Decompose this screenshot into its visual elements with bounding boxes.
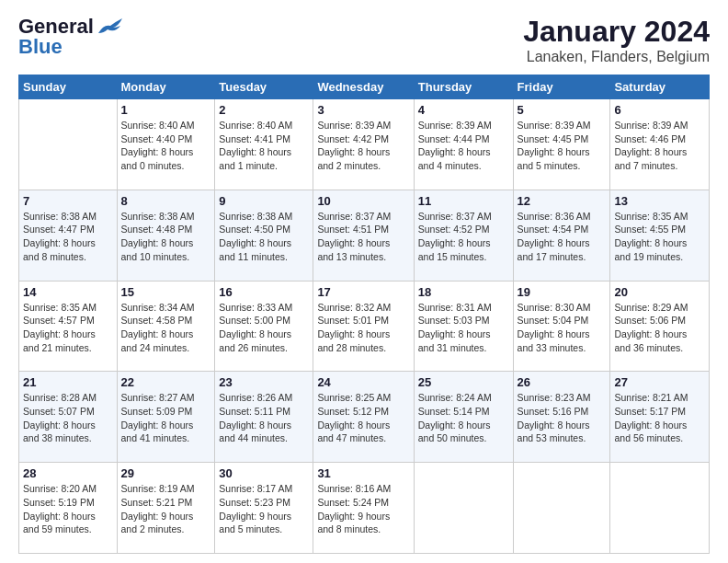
- day-number: 22: [121, 375, 211, 389]
- calendar-cell: 7Sunrise: 8:38 AMSunset: 4:47 PMDaylight…: [19, 190, 118, 281]
- title-block: January 2024 Lanaken, Flanders, Belgium: [523, 15, 710, 65]
- calendar-cell: 31Sunrise: 8:16 AMSunset: 5:24 PMDayligh…: [313, 463, 414, 554]
- calendar-week-row-4: 21Sunrise: 8:28 AMSunset: 5:07 PMDayligh…: [19, 372, 710, 463]
- calendar-week-row-3: 14Sunrise: 8:35 AMSunset: 4:57 PMDayligh…: [19, 281, 710, 372]
- day-info: Sunrise: 8:38 AMSunset: 4:48 PMDaylight:…: [121, 210, 211, 264]
- day-info: Sunrise: 8:21 AMSunset: 5:17 PMDaylight:…: [614, 391, 705, 445]
- calendar-cell: [513, 463, 610, 554]
- col-sunday: Sunday: [19, 75, 118, 99]
- calendar-cell: 6Sunrise: 8:39 AMSunset: 4:46 PMDaylight…: [610, 99, 710, 190]
- day-info: Sunrise: 8:24 AMSunset: 5:14 PMDaylight:…: [418, 391, 509, 445]
- calendar-cell: 19Sunrise: 8:30 AMSunset: 5:04 PMDayligh…: [513, 281, 610, 372]
- day-info: Sunrise: 8:32 AMSunset: 5:01 PMDaylight:…: [317, 301, 409, 355]
- calendar-table: Sunday Monday Tuesday Wednesday Thursday…: [18, 75, 710, 554]
- col-tuesday: Tuesday: [215, 75, 313, 99]
- main-title: January 2024: [523, 15, 710, 49]
- day-number: 31: [317, 466, 409, 480]
- logo-blue: Blue: [18, 35, 63, 59]
- day-number: 9: [219, 194, 309, 208]
- calendar-cell: 28Sunrise: 8:20 AMSunset: 5:19 PMDayligh…: [19, 463, 118, 554]
- calendar-cell: 24Sunrise: 8:25 AMSunset: 5:12 PMDayligh…: [313, 372, 414, 463]
- day-number: 1: [121, 103, 211, 117]
- calendar-cell: 16Sunrise: 8:33 AMSunset: 5:00 PMDayligh…: [215, 281, 313, 372]
- calendar-cell: 26Sunrise: 8:23 AMSunset: 5:16 PMDayligh…: [513, 372, 610, 463]
- calendar-cell: 2Sunrise: 8:40 AMSunset: 4:41 PMDaylight…: [215, 99, 313, 190]
- day-info: Sunrise: 8:35 AMSunset: 4:55 PMDaylight:…: [614, 210, 705, 264]
- calendar-cell: 27Sunrise: 8:21 AMSunset: 5:17 PMDayligh…: [610, 372, 710, 463]
- calendar-cell: 11Sunrise: 8:37 AMSunset: 4:52 PMDayligh…: [414, 190, 513, 281]
- subtitle: Lanaken, Flanders, Belgium: [523, 49, 710, 65]
- day-info: Sunrise: 8:30 AMSunset: 5:04 PMDaylight:…: [518, 301, 607, 355]
- calendar-cell: 4Sunrise: 8:39 AMSunset: 4:44 PMDaylight…: [414, 99, 513, 190]
- day-number: 3: [317, 103, 409, 117]
- col-wednesday: Wednesday: [313, 75, 414, 99]
- day-info: Sunrise: 8:25 AMSunset: 5:12 PMDaylight:…: [317, 391, 409, 445]
- day-number: 10: [317, 194, 409, 208]
- col-friday: Friday: [513, 75, 610, 99]
- day-info: Sunrise: 8:39 AMSunset: 4:45 PMDaylight:…: [518, 119, 607, 173]
- calendar-cell: 14Sunrise: 8:35 AMSunset: 4:57 PMDayligh…: [19, 281, 118, 372]
- calendar-cell: 22Sunrise: 8:27 AMSunset: 5:09 PMDayligh…: [117, 372, 215, 463]
- day-info: Sunrise: 8:23 AMSunset: 5:16 PMDaylight:…: [518, 391, 607, 445]
- calendar-cell: 30Sunrise: 8:17 AMSunset: 5:23 PMDayligh…: [215, 463, 313, 554]
- day-number: 29: [121, 466, 211, 480]
- day-number: 13: [614, 194, 705, 208]
- day-number: 28: [23, 466, 113, 480]
- logo: General Blue: [18, 15, 124, 59]
- calendar-week-row-1: 1Sunrise: 8:40 AMSunset: 4:40 PMDaylight…: [19, 99, 710, 190]
- day-info: Sunrise: 8:36 AMSunset: 4:54 PMDaylight:…: [518, 210, 607, 264]
- day-info: Sunrise: 8:29 AMSunset: 5:06 PMDaylight:…: [614, 301, 705, 355]
- day-number: 11: [418, 194, 509, 208]
- day-info: Sunrise: 8:31 AMSunset: 5:03 PMDaylight:…: [418, 301, 509, 355]
- day-info: Sunrise: 8:37 AMSunset: 4:52 PMDaylight:…: [418, 210, 509, 264]
- day-number: 23: [219, 375, 309, 389]
- day-info: Sunrise: 8:39 AMSunset: 4:44 PMDaylight:…: [418, 119, 509, 173]
- day-info: Sunrise: 8:38 AMSunset: 4:50 PMDaylight:…: [219, 210, 309, 264]
- day-info: Sunrise: 8:27 AMSunset: 5:09 PMDaylight:…: [121, 391, 211, 445]
- calendar-cell: 9Sunrise: 8:38 AMSunset: 4:50 PMDaylight…: [215, 190, 313, 281]
- day-number: 21: [23, 375, 113, 389]
- day-info: Sunrise: 8:33 AMSunset: 5:00 PMDaylight:…: [219, 301, 309, 355]
- day-number: 8: [121, 194, 211, 208]
- day-number: 4: [418, 103, 509, 117]
- col-saturday: Saturday: [610, 75, 710, 99]
- day-number: 14: [23, 285, 113, 299]
- day-number: 17: [317, 285, 409, 299]
- day-number: 15: [121, 285, 211, 299]
- calendar-cell: 13Sunrise: 8:35 AMSunset: 4:55 PMDayligh…: [610, 190, 710, 281]
- day-info: Sunrise: 8:37 AMSunset: 4:51 PMDaylight:…: [317, 210, 409, 264]
- calendar-cell: 12Sunrise: 8:36 AMSunset: 4:54 PMDayligh…: [513, 190, 610, 281]
- day-number: 30: [219, 466, 309, 480]
- day-info: Sunrise: 8:20 AMSunset: 5:19 PMDaylight:…: [23, 482, 113, 536]
- day-info: Sunrise: 8:40 AMSunset: 4:40 PMDaylight:…: [121, 119, 211, 173]
- day-info: Sunrise: 8:19 AMSunset: 5:21 PMDaylight:…: [121, 482, 211, 536]
- calendar-week-row-2: 7Sunrise: 8:38 AMSunset: 4:47 PMDaylight…: [19, 190, 710, 281]
- calendar-cell: 29Sunrise: 8:19 AMSunset: 5:21 PMDayligh…: [117, 463, 215, 554]
- calendar-cell: 23Sunrise: 8:26 AMSunset: 5:11 PMDayligh…: [215, 372, 313, 463]
- day-number: 19: [518, 285, 607, 299]
- calendar-cell: 20Sunrise: 8:29 AMSunset: 5:06 PMDayligh…: [610, 281, 710, 372]
- header: General Blue January 2024 Lanaken, Fland…: [18, 15, 710, 65]
- calendar-cell: [19, 99, 118, 190]
- day-number: 5: [518, 103, 607, 117]
- day-info: Sunrise: 8:34 AMSunset: 4:58 PMDaylight:…: [121, 301, 211, 355]
- day-info: Sunrise: 8:35 AMSunset: 4:57 PMDaylight:…: [23, 301, 113, 355]
- day-number: 2: [219, 103, 309, 117]
- day-number: 24: [317, 375, 409, 389]
- day-info: Sunrise: 8:39 AMSunset: 4:46 PMDaylight:…: [614, 119, 705, 173]
- page: General Blue January 2024 Lanaken, Fland…: [0, 0, 728, 563]
- calendar-cell: 1Sunrise: 8:40 AMSunset: 4:40 PMDaylight…: [117, 99, 215, 190]
- calendar-cell: 18Sunrise: 8:31 AMSunset: 5:03 PMDayligh…: [414, 281, 513, 372]
- day-info: Sunrise: 8:28 AMSunset: 5:07 PMDaylight:…: [23, 391, 113, 445]
- day-info: Sunrise: 8:17 AMSunset: 5:23 PMDaylight:…: [219, 482, 309, 536]
- calendar-cell: [414, 463, 513, 554]
- logo-bird-icon: [97, 17, 124, 37]
- calendar-cell: 21Sunrise: 8:28 AMSunset: 5:07 PMDayligh…: [19, 372, 118, 463]
- day-number: 26: [518, 375, 607, 389]
- day-number: 12: [518, 194, 607, 208]
- col-thursday: Thursday: [414, 75, 513, 99]
- calendar-cell: 25Sunrise: 8:24 AMSunset: 5:14 PMDayligh…: [414, 372, 513, 463]
- calendar-cell: 15Sunrise: 8:34 AMSunset: 4:58 PMDayligh…: [117, 281, 215, 372]
- day-number: 7: [23, 194, 113, 208]
- col-monday: Monday: [117, 75, 215, 99]
